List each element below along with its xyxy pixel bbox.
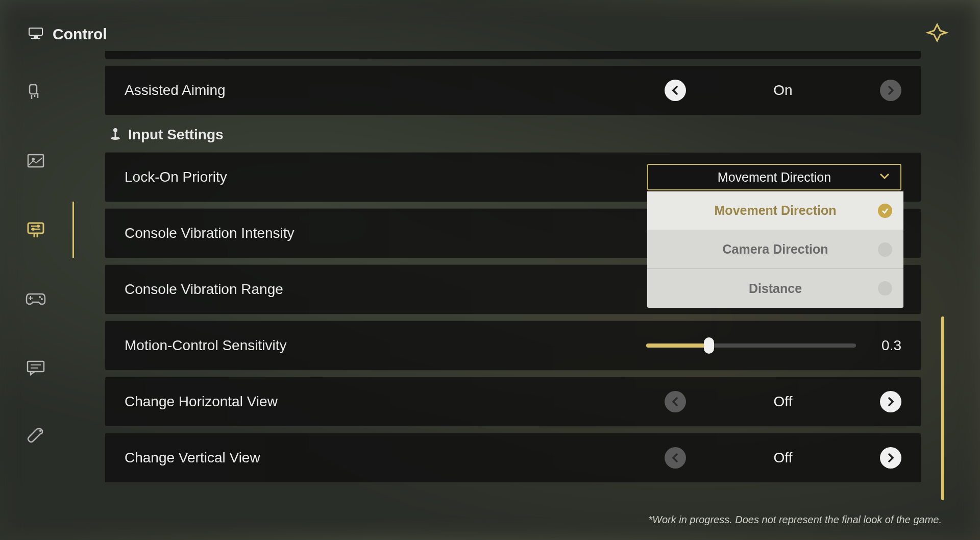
setting-row-change-vertical-view: Change Vertical View Off — [105, 433, 921, 483]
arrow-left-button[interactable] — [665, 80, 686, 101]
slider-control: 0.3 — [646, 337, 901, 354]
radio-checked-icon — [878, 204, 892, 218]
sidebar-item-tools[interactable] — [23, 424, 48, 449]
svg-rect-0 — [29, 28, 42, 35]
radio-unchecked-icon — [878, 242, 892, 257]
sidebar-nav — [23, 79, 59, 449]
setting-row-change-horizontal-view: Change Horizontal View Off — [105, 377, 921, 427]
slider-fill — [646, 343, 709, 348]
close-button[interactable] — [925, 20, 949, 45]
toggle-control: Off — [646, 447, 901, 469]
sidebar-item-audio[interactable] — [23, 79, 48, 105]
sidebar-item-controller[interactable] — [23, 286, 48, 311]
svg-rect-3 — [28, 155, 43, 167]
scrollbar[interactable] — [941, 61, 944, 500]
slider-track[interactable] — [646, 343, 856, 348]
arrow-left-button[interactable] — [665, 447, 686, 469]
section-title: Input Settings — [128, 127, 224, 143]
setting-row-lock-on-priority: Lock-On Priority Movement Direction Move… — [105, 152, 921, 202]
setting-label: Change Horizontal View — [125, 394, 646, 410]
sidebar-item-display[interactable] — [23, 148, 48, 174]
svg-rect-16 — [28, 361, 44, 372]
svg-point-19 — [39, 430, 41, 432]
control-icon — [28, 27, 43, 41]
settings-panel: Assisted Aiming On Input Settings Lock-O… — [105, 51, 921, 500]
setting-label: Assisted Aiming — [125, 82, 646, 99]
footer-disclaimer: *Work in progress. Does not represent th… — [648, 514, 942, 526]
svg-point-22 — [111, 137, 120, 140]
dropdown-option-camera-direction[interactable]: Camera Direction — [647, 230, 903, 269]
arrow-left-button[interactable] — [665, 391, 686, 412]
toggle-value: Off — [686, 450, 880, 466]
sidebar-item-settings[interactable] — [23, 217, 48, 242]
page-title: Control — [53, 26, 107, 43]
toggle-value: On — [686, 82, 880, 99]
arrow-right-button[interactable] — [880, 391, 901, 412]
sidebar-item-chat[interactable] — [23, 355, 48, 380]
page-header: Control — [28, 26, 107, 43]
toggle-value: Off — [686, 394, 880, 410]
arrow-right-button[interactable] — [880, 80, 901, 101]
slider-thumb[interactable] — [704, 337, 714, 354]
svg-point-13 — [41, 298, 43, 300]
dropdown-menu: Movement Direction Camera Direction Dist… — [647, 191, 903, 308]
radio-unchecked-icon — [878, 281, 892, 296]
svg-rect-5 — [28, 223, 43, 233]
setting-row-motion-control-sensitivity: Motion-Control Sensitivity 0.3 — [105, 321, 921, 371]
scrollbar-thumb[interactable] — [941, 316, 944, 500]
chevron-down-icon — [879, 173, 890, 182]
toggle-control: On — [646, 80, 901, 101]
setting-label: Motion-Control Sensitivity — [125, 337, 646, 354]
dropdown-option-movement-direction[interactable]: Movement Direction — [647, 191, 903, 230]
arrow-right-button[interactable] — [880, 447, 901, 469]
dropdown-option-distance[interactable]: Distance — [647, 269, 903, 308]
dropdown-selected-value: Movement Direction — [718, 170, 831, 185]
section-header-input-settings: Input Settings — [105, 121, 921, 148]
svg-point-12 — [39, 296, 41, 298]
slider-value: 0.3 — [876, 337, 901, 354]
setting-label: Change Vertical View — [125, 450, 646, 466]
setting-label: Lock-On Priority — [125, 169, 647, 185]
setting-row-combat-camera — [105, 51, 921, 59]
dropdown-lock-on-priority[interactable]: Movement Direction Movement Direction Ca… — [647, 164, 901, 190]
joystick-icon — [110, 127, 121, 142]
svg-point-8 — [37, 225, 40, 228]
toggle-control: Off — [646, 391, 901, 412]
svg-point-9 — [32, 228, 35, 231]
setting-row-assisted-aiming: Assisted Aiming On — [105, 65, 921, 115]
svg-point-20 — [113, 128, 117, 132]
